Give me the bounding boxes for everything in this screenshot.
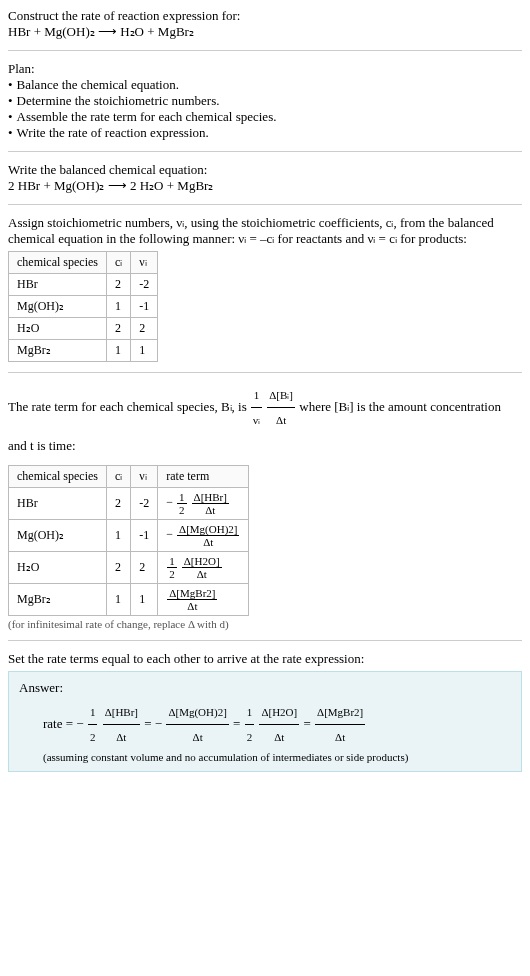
plan-text: Determine the stoichiometric numbers. [17, 93, 220, 109]
delta-frac: Δ[MgBr2]Δt [167, 587, 217, 612]
delta-frac: Δ[H2O]Δt [182, 555, 222, 580]
table-row: MgBr₂ 1 1 Δ[MgBr2]Δt [9, 583, 249, 615]
delta-frac: Δ[MgBr2]Δt [315, 700, 365, 749]
minus-sign: − [166, 527, 173, 541]
frac-den: 2 [167, 568, 177, 580]
frac-den: Δt [167, 600, 217, 612]
assign-text: Assign stoichiometric numbers, νᵢ, using… [8, 215, 522, 247]
frac-den: Δt [267, 408, 295, 432]
cell-rate-term: Δ[MgBr2]Δt [158, 583, 249, 615]
cell: 1 [106, 296, 130, 318]
balanced-heading: Write the balanced chemical equation: [8, 162, 522, 178]
cell: 1 [106, 583, 130, 615]
frac-den: Δt [166, 725, 228, 749]
bullet-icon: • [8, 93, 13, 109]
table-row: H₂O22 [9, 318, 158, 340]
rate-prefix: rate = [43, 716, 76, 731]
frac-den: Δt [192, 504, 229, 516]
rate-term-text: The rate term for each chemical species,… [8, 383, 522, 461]
rate-term-section: The rate term for each chemical species,… [8, 383, 522, 641]
bullet-icon: • [8, 77, 13, 93]
plan-text: Balance the chemical equation. [17, 77, 179, 93]
cell: HBr [9, 274, 107, 296]
cell: -2 [131, 487, 158, 519]
cell: H₂O [9, 551, 107, 583]
frac-num: 1 [177, 491, 187, 504]
cell-rate-term: 12 Δ[H2O]Δt [158, 551, 249, 583]
coef-frac: 12 [245, 700, 255, 749]
answer-label: Answer: [19, 680, 511, 696]
col-header: cᵢ [106, 465, 130, 487]
table-row: Mg(OH)₂1-1 [9, 296, 158, 318]
prompt-title: Construct the rate of reaction expressio… [8, 8, 522, 24]
frac-den: 2 [245, 725, 255, 749]
table-header-row: chemical species cᵢ νᵢ rate term [9, 465, 249, 487]
cell: 1 [106, 340, 130, 362]
balanced-section: Write the balanced chemical equation: 2 … [8, 162, 522, 205]
frac-num: 1 [167, 555, 177, 568]
frac-num: 1 [88, 700, 98, 725]
rate-term-table: chemical species cᵢ νᵢ rate term HBr 2 -… [8, 465, 249, 616]
plan-item: •Write the rate of reaction expression. [8, 125, 522, 141]
bullet-icon: • [8, 125, 13, 141]
minus-sign: − [76, 716, 83, 731]
plan-item: •Balance the chemical equation. [8, 77, 522, 93]
cell: -1 [131, 519, 158, 551]
frac-num: Δ[HBr] [192, 491, 229, 504]
delta-frac: Δ[HBr]Δt [192, 491, 229, 516]
frac-num: Δ[Mg(OH)2] [177, 523, 239, 536]
table-row: MgBr₂11 [9, 340, 158, 362]
coef-frac: 12 [177, 491, 187, 516]
cell: 2 [106, 274, 130, 296]
frac-den: Δt [315, 725, 365, 749]
cell-rate-term: − Δ[Mg(OH)2]Δt [158, 519, 249, 551]
minus-sign: − [166, 495, 173, 509]
plan-text: Write the rate of reaction expression. [17, 125, 209, 141]
frac-den: Δt [259, 725, 299, 749]
col-header: chemical species [9, 252, 107, 274]
frac-outer: 1 νᵢ [251, 383, 262, 432]
delta-frac: Δ[Mg(OH)2]Δt [177, 523, 239, 548]
frac-num: Δ[MgBr2] [167, 587, 217, 600]
col-header: νᵢ [131, 465, 158, 487]
minus-sign: − [155, 716, 162, 731]
frac-num: Δ[Mg(OH)2] [166, 700, 228, 725]
plan-item: •Assemble the rate term for each chemica… [8, 109, 522, 125]
equals-sign: = [233, 716, 244, 731]
delta-frac: Δ[HBr]Δt [103, 700, 140, 749]
delta-frac: Δ[H2O]Δt [259, 700, 299, 749]
cell: MgBr₂ [9, 583, 107, 615]
cell: MgBr₂ [9, 340, 107, 362]
infinitesimal-note: (for infinitesimal rate of change, repla… [8, 618, 522, 630]
cell: 2 [131, 551, 158, 583]
frac-num: Δ[MgBr2] [315, 700, 365, 725]
table-header-row: chemical species cᵢ νᵢ [9, 252, 158, 274]
balanced-equation: 2 HBr + Mg(OH)₂ ⟶ 2 H₂O + MgBr₂ [8, 178, 522, 194]
cell: -1 [131, 296, 158, 318]
col-header: rate term [158, 465, 249, 487]
cell-rate-term: − 12 Δ[HBr]Δt [158, 487, 249, 519]
table-row: HBr2-2 [9, 274, 158, 296]
col-header: νᵢ [131, 252, 158, 274]
unbalanced-equation: HBr + Mg(OH)₂ ⟶ H₂O + MgBr₂ [8, 24, 522, 40]
equals-sign: = [303, 716, 314, 731]
table-row: HBr 2 -2 − 12 Δ[HBr]Δt [9, 487, 249, 519]
equals-sign: = [144, 716, 155, 731]
bullet-icon: • [8, 109, 13, 125]
table-row: H₂O 2 2 12 Δ[H2O]Δt [9, 551, 249, 583]
final-section: Set the rate terms equal to each other t… [8, 651, 522, 782]
assumption-note: (assuming constant volume and no accumul… [19, 751, 511, 763]
cell: 1 [131, 340, 158, 362]
set-equal-text: Set the rate terms equal to each other t… [8, 651, 522, 667]
col-header: chemical species [9, 465, 107, 487]
cell: Mg(OH)₂ [9, 296, 107, 318]
cell: 1 [131, 583, 158, 615]
rate-expression: rate = − 12 Δ[HBr]Δt = − Δ[Mg(OH)2]Δt = … [19, 700, 511, 749]
cell: -2 [131, 274, 158, 296]
stoich-section: Assign stoichiometric numbers, νᵢ, using… [8, 215, 522, 373]
frac-den: 2 [88, 725, 98, 749]
plan-text: Assemble the rate term for each chemical… [17, 109, 277, 125]
frac-den: Δt [103, 725, 140, 749]
frac-num: Δ[HBr] [103, 700, 140, 725]
cell: 2 [106, 318, 130, 340]
